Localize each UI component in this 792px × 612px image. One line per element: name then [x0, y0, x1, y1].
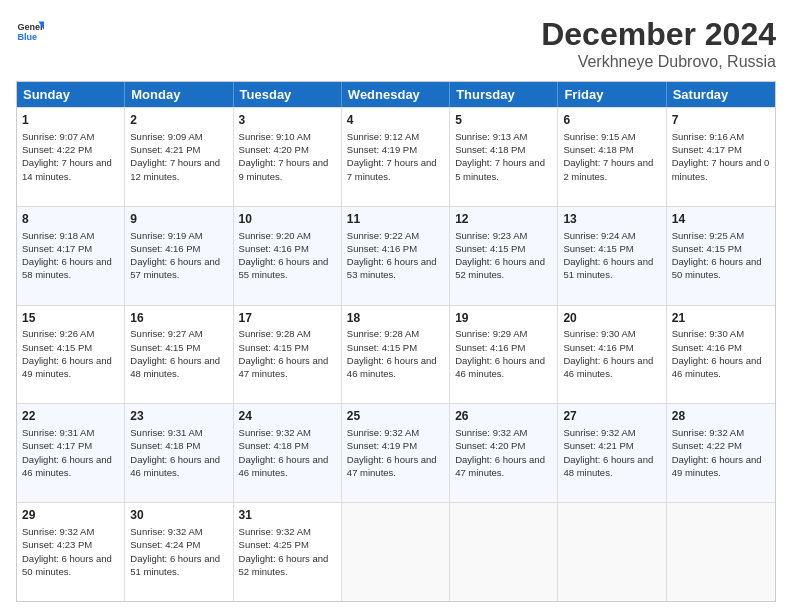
cell-2-4: 19Sunrise: 9:29 AMSunset: 4:16 PMDayligh… — [450, 306, 558, 404]
sunrise: Sunrise: 9:32 AM — [347, 427, 419, 438]
header-tuesday: Tuesday — [234, 82, 342, 107]
day-number: 17 — [239, 310, 336, 327]
daylight: Daylight: 7 hours and 14 minutes. — [22, 157, 112, 181]
daylight: Daylight: 7 hours and 0 minutes. — [672, 157, 770, 181]
calendar: Sunday Monday Tuesday Wednesday Thursday… — [16, 81, 776, 602]
daylight: Daylight: 6 hours and 53 minutes. — [347, 256, 437, 280]
sunset: Sunset: 4:18 PM — [130, 440, 200, 451]
cell-1-1: 9Sunrise: 9:19 AMSunset: 4:16 PMDaylight… — [125, 207, 233, 305]
sunset: Sunset: 4:16 PM — [672, 342, 742, 353]
daylight: Daylight: 6 hours and 48 minutes. — [130, 355, 220, 379]
cell-2-3: 18Sunrise: 9:28 AMSunset: 4:15 PMDayligh… — [342, 306, 450, 404]
sunset: Sunset: 4:16 PM — [455, 342, 525, 353]
title-block: December 2024 Verkhneye Dubrovo, Russia — [541, 16, 776, 71]
cell-3-6: 28Sunrise: 9:32 AMSunset: 4:22 PMDayligh… — [667, 404, 775, 502]
sunset: Sunset: 4:16 PM — [130, 243, 200, 254]
cell-0-2: 3Sunrise: 9:10 AMSunset: 4:20 PMDaylight… — [234, 108, 342, 206]
daylight: Daylight: 6 hours and 46 minutes. — [347, 355, 437, 379]
sunrise: Sunrise: 9:15 AM — [563, 131, 635, 142]
sunset: Sunset: 4:17 PM — [22, 243, 92, 254]
cell-0-0: 1Sunrise: 9:07 AMSunset: 4:22 PMDaylight… — [17, 108, 125, 206]
cell-3-5: 27Sunrise: 9:32 AMSunset: 4:21 PMDayligh… — [558, 404, 666, 502]
header-wednesday: Wednesday — [342, 82, 450, 107]
cell-3-4: 26Sunrise: 9:32 AMSunset: 4:20 PMDayligh… — [450, 404, 558, 502]
sunrise: Sunrise: 9:32 AM — [563, 427, 635, 438]
day-number: 29 — [22, 507, 119, 524]
sunset: Sunset: 4:20 PM — [239, 144, 309, 155]
sunset: Sunset: 4:19 PM — [347, 440, 417, 451]
daylight: Daylight: 6 hours and 51 minutes. — [130, 553, 220, 577]
sunrise: Sunrise: 9:26 AM — [22, 328, 94, 339]
day-number: 6 — [563, 112, 660, 129]
logo: General Blue — [16, 16, 44, 44]
daylight: Daylight: 6 hours and 49 minutes. — [672, 454, 762, 478]
cell-0-5: 6Sunrise: 9:15 AMSunset: 4:18 PMDaylight… — [558, 108, 666, 206]
sunrise: Sunrise: 9:18 AM — [22, 230, 94, 241]
daylight: Daylight: 7 hours and 5 minutes. — [455, 157, 545, 181]
week-row-5: 29Sunrise: 9:32 AMSunset: 4:23 PMDayligh… — [17, 502, 775, 601]
day-number: 10 — [239, 211, 336, 228]
cell-4-3 — [342, 503, 450, 601]
daylight: Daylight: 6 hours and 50 minutes. — [672, 256, 762, 280]
sunrise: Sunrise: 9:29 AM — [455, 328, 527, 339]
sunset: Sunset: 4:21 PM — [130, 144, 200, 155]
cell-3-2: 24Sunrise: 9:32 AMSunset: 4:18 PMDayligh… — [234, 404, 342, 502]
sunrise: Sunrise: 9:32 AM — [239, 526, 311, 537]
daylight: Daylight: 6 hours and 48 minutes. — [563, 454, 653, 478]
sunrise: Sunrise: 9:31 AM — [130, 427, 202, 438]
daylight: Daylight: 6 hours and 46 minutes. — [239, 454, 329, 478]
cell-4-2: 31Sunrise: 9:32 AMSunset: 4:25 PMDayligh… — [234, 503, 342, 601]
cell-3-0: 22Sunrise: 9:31 AMSunset: 4:17 PMDayligh… — [17, 404, 125, 502]
day-number: 21 — [672, 310, 770, 327]
daylight: Daylight: 7 hours and 9 minutes. — [239, 157, 329, 181]
cell-4-4 — [450, 503, 558, 601]
day-number: 27 — [563, 408, 660, 425]
calendar-header: Sunday Monday Tuesday Wednesday Thursday… — [17, 82, 775, 107]
week-row-3: 15Sunrise: 9:26 AMSunset: 4:15 PMDayligh… — [17, 305, 775, 404]
location: Verkhneye Dubrovo, Russia — [541, 53, 776, 71]
daylight: Daylight: 6 hours and 52 minutes. — [455, 256, 545, 280]
sunrise: Sunrise: 9:10 AM — [239, 131, 311, 142]
daylight: Daylight: 6 hours and 46 minutes. — [455, 355, 545, 379]
day-number: 4 — [347, 112, 444, 129]
sunrise: Sunrise: 9:20 AM — [239, 230, 311, 241]
sunset: Sunset: 4:15 PM — [347, 342, 417, 353]
daylight: Daylight: 6 hours and 46 minutes. — [22, 454, 112, 478]
sunrise: Sunrise: 9:27 AM — [130, 328, 202, 339]
sunset: Sunset: 4:18 PM — [563, 144, 633, 155]
sunset: Sunset: 4:24 PM — [130, 539, 200, 550]
sunrise: Sunrise: 9:28 AM — [347, 328, 419, 339]
header-thursday: Thursday — [450, 82, 558, 107]
cell-4-5 — [558, 503, 666, 601]
sunset: Sunset: 4:15 PM — [130, 342, 200, 353]
day-number: 25 — [347, 408, 444, 425]
cell-2-2: 17Sunrise: 9:28 AMSunset: 4:15 PMDayligh… — [234, 306, 342, 404]
sunset: Sunset: 4:17 PM — [672, 144, 742, 155]
header-saturday: Saturday — [667, 82, 775, 107]
header-monday: Monday — [125, 82, 233, 107]
sunset: Sunset: 4:15 PM — [22, 342, 92, 353]
page: General Blue December 2024 Verkhneye Dub… — [0, 0, 792, 612]
svg-text:Blue: Blue — [17, 32, 37, 42]
day-number: 3 — [239, 112, 336, 129]
daylight: Daylight: 6 hours and 47 minutes. — [347, 454, 437, 478]
sunset: Sunset: 4:17 PM — [22, 440, 92, 451]
sunrise: Sunrise: 9:13 AM — [455, 131, 527, 142]
cell-0-3: 4Sunrise: 9:12 AMSunset: 4:19 PMDaylight… — [342, 108, 450, 206]
week-row-2: 8Sunrise: 9:18 AMSunset: 4:17 PMDaylight… — [17, 206, 775, 305]
sunrise: Sunrise: 9:12 AM — [347, 131, 419, 142]
daylight: Daylight: 7 hours and 12 minutes. — [130, 157, 220, 181]
cell-4-1: 30Sunrise: 9:32 AMSunset: 4:24 PMDayligh… — [125, 503, 233, 601]
day-number: 22 — [22, 408, 119, 425]
day-number: 7 — [672, 112, 770, 129]
sunrise: Sunrise: 9:23 AM — [455, 230, 527, 241]
day-number: 9 — [130, 211, 227, 228]
day-number: 19 — [455, 310, 552, 327]
sunrise: Sunrise: 9:07 AM — [22, 131, 94, 142]
day-number: 31 — [239, 507, 336, 524]
sunset: Sunset: 4:18 PM — [455, 144, 525, 155]
daylight: Daylight: 7 hours and 2 minutes. — [563, 157, 653, 181]
sunrise: Sunrise: 9:24 AM — [563, 230, 635, 241]
week-row-1: 1Sunrise: 9:07 AMSunset: 4:22 PMDaylight… — [17, 107, 775, 206]
daylight: Daylight: 6 hours and 50 minutes. — [22, 553, 112, 577]
